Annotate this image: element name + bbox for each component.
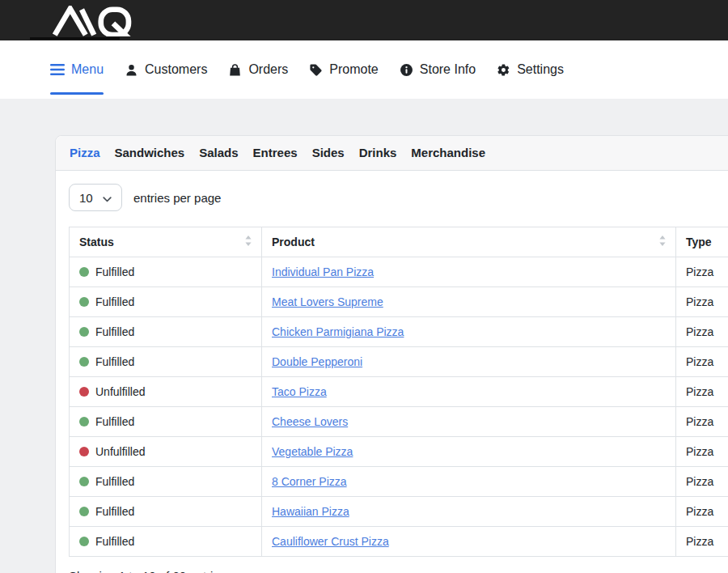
status-label: Fulfilled (95, 475, 134, 488)
table-row: Fulfilled Cauliflower Crust Pizza Pizza (70, 527, 728, 557)
entries-per-page-select[interactable]: 10 (69, 184, 122, 211)
product-link[interactable]: Hawaiian Pizza (272, 505, 349, 518)
hamburger-icon (50, 64, 65, 75)
primary-nav: Menu Customers Orders Promote Store Info… (0, 40, 728, 99)
table-row: Fulfilled Double Pepperoni Pizza (70, 347, 728, 377)
table-row: Fulfilled Individual Pan Pizza Pizza (70, 257, 728, 287)
sort-icon (659, 234, 666, 250)
status-cell: Fulfilled (70, 317, 262, 347)
type-cell: Pizza (676, 467, 728, 497)
tab-drinks[interactable]: Drinks (359, 145, 397, 161)
nav-item-promote[interactable]: Promote (309, 40, 378, 99)
status-cell: Fulfilled (70, 287, 262, 317)
nav-item-settings[interactable]: Settings (497, 40, 564, 99)
column-header-status[interactable]: Status (70, 227, 262, 257)
status-label: Fulfilled (95, 415, 134, 428)
type-cell: Pizza (676, 437, 728, 467)
tab-sandwiches[interactable]: Sandwiches (115, 145, 185, 161)
entries-per-page-value: 10 (79, 191, 93, 205)
tab-pizza[interactable]: Pizza (70, 145, 100, 161)
top-app-bar (0, 0, 728, 40)
product-link[interactable]: Individual Pan Pizza (272, 265, 374, 278)
status-cell: Unfulfilled (70, 437, 262, 467)
status-dot (79, 297, 89, 307)
status-dot (79, 447, 89, 456)
type-cell: Pizza (676, 257, 728, 287)
type-cell: Pizza (676, 527, 728, 557)
status-dot (79, 267, 89, 277)
table-summary: Showing 1 to 10 of 20 entries (69, 568, 728, 573)
status-dot (79, 477, 89, 486)
gear-icon (497, 63, 510, 77)
status-dot (79, 357, 89, 367)
sort-icon (245, 234, 252, 250)
tab-entrees[interactable]: Entrees (253, 145, 298, 161)
tab-merchandise[interactable]: Merchandise (411, 145, 485, 161)
menu-card: Pizza Sandwiches Salads Entrees Sides Dr… (55, 135, 728, 573)
table-header-row: Status Product Type (70, 227, 728, 257)
product-cell: Taco Pizza (262, 377, 676, 407)
product-link[interactable]: Vegetable Pizza (272, 445, 353, 458)
product-link[interactable]: Double Pepperoni (272, 355, 362, 368)
shopping-bag-icon (228, 63, 242, 77)
table-row: Fulfilled Meat Lovers Supreme Pizza (70, 287, 728, 317)
type-cell: Pizza (676, 407, 728, 437)
nav-item-store-info[interactable]: Store Info (400, 40, 476, 99)
table-row: Unfulfilled Taco Pizza Pizza (70, 377, 728, 407)
product-link[interactable]: Cauliflower Crust Pizza (272, 535, 389, 548)
nav-item-label: Settings (517, 62, 564, 77)
nav-item-label: Orders (248, 62, 288, 77)
product-link[interactable]: Chicken Parmigiana Pizza (272, 325, 404, 338)
nav-item-label: Store Info (420, 62, 476, 77)
product-link[interactable]: Taco Pizza (272, 385, 327, 398)
status-dot (79, 507, 89, 516)
product-cell: Individual Pan Pizza (262, 257, 676, 287)
status-cell: Unfulfilled (70, 377, 262, 407)
aiq-logo (51, 6, 143, 40)
product-cell: Double Pepperoni (262, 347, 676, 377)
entries-per-page-label: entries per page (133, 191, 221, 205)
product-cell: Cauliflower Crust Pizza (262, 527, 676, 557)
status-cell: Fulfilled (70, 257, 262, 287)
tab-sides[interactable]: Sides (312, 145, 345, 161)
nav-item-label: Menu (71, 62, 104, 77)
product-link[interactable]: Meat Lovers Supreme (272, 295, 383, 308)
table-row: Fulfilled Hawaiian Pizza Pizza (70, 497, 728, 527)
status-cell: Fulfilled (70, 497, 262, 527)
product-cell: Hawaiian Pizza (262, 497, 676, 527)
product-cell: 8 Corner Pizza (262, 467, 676, 497)
nav-item-menu[interactable]: Menu (50, 40, 104, 99)
status-dot (79, 327, 89, 337)
status-cell: Fulfilled (70, 527, 262, 557)
product-cell: Meat Lovers Supreme (262, 287, 676, 317)
product-link[interactable]: Cheese Lovers (272, 415, 348, 428)
column-header-product[interactable]: Product (262, 227, 676, 257)
nav-item-orders[interactable]: Orders (228, 40, 288, 99)
type-cell: Pizza (676, 287, 728, 317)
product-cell: Cheese Lovers (262, 407, 676, 437)
product-link[interactable]: 8 Corner Pizza (272, 475, 347, 488)
status-label: Fulfilled (95, 325, 134, 338)
status-cell: Fulfilled (70, 347, 262, 377)
status-label: Fulfilled (95, 295, 134, 308)
table-row: Unfulfilled Vegetable Pizza Pizza (70, 437, 728, 467)
type-cell: Pizza (676, 377, 728, 407)
nav-item-label: Promote (329, 62, 378, 77)
status-label: Fulfilled (95, 535, 134, 548)
status-dot (79, 417, 89, 427)
status-label: Fulfilled (95, 505, 134, 518)
category-tabs: Pizza Sandwiches Salads Entrees Sides Dr… (56, 136, 728, 171)
nav-item-customers[interactable]: Customers (125, 40, 207, 99)
tab-salads[interactable]: Salads (199, 145, 238, 161)
status-label: Fulfilled (95, 355, 134, 368)
table-row: Fulfilled Chicken Parmigiana Pizza Pizza (70, 317, 728, 347)
products-table: Status Product Type (69, 227, 728, 557)
status-label: Unfulfilled (95, 385, 145, 398)
status-cell: Fulfilled (70, 467, 262, 497)
table-row: Fulfilled Cheese Lovers Pizza (70, 407, 728, 437)
type-cell: Pizza (676, 347, 728, 377)
logo-underline (30, 37, 120, 40)
status-label: Fulfilled (95, 265, 134, 278)
nav-item-label: Customers (145, 62, 207, 77)
chevron-down-icon (103, 191, 112, 205)
